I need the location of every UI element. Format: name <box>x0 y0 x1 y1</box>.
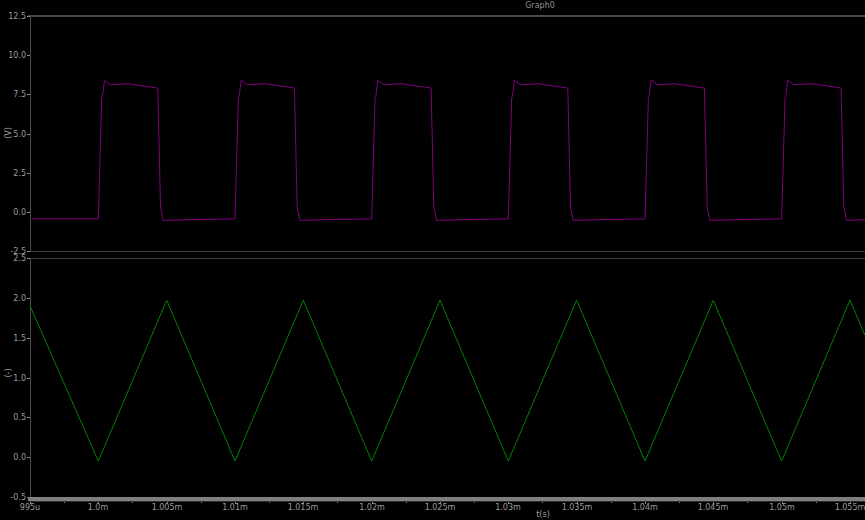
y-tick-mark <box>27 251 30 252</box>
y-tick-mark <box>27 298 30 299</box>
y-tick-mark <box>27 258 30 259</box>
y-axis-tick-label: 7.5 <box>0 90 26 99</box>
y-tick-mark <box>27 134 30 135</box>
x-axis-tick-label: 1.03m <box>486 503 530 512</box>
plot-canvas[interactable] <box>0 0 865 520</box>
y-axis-tick-label: 10.0 <box>0 51 26 60</box>
y-axis-tick-label: 0.5 <box>0 413 26 422</box>
y-tick-mark <box>27 378 30 379</box>
x-axis-tick-label: 1.055m <box>828 503 865 512</box>
graph-window: Graph0 12.510.07.55.02.50.0-2.52.52.01.5… <box>0 0 865 520</box>
top-panel-bottom-border <box>28 251 865 252</box>
y-axis-tick-label: 0.0 <box>0 208 26 217</box>
x-axis-tick-label: 1.02m <box>350 503 394 512</box>
y-tick-mark <box>27 55 30 56</box>
x-axis-tick-label: 1.01m <box>213 503 257 512</box>
x-axis-unit-label: t(s) <box>528 510 558 519</box>
x-axis-baseline-bar <box>28 497 865 502</box>
y-axis-tick-label: 1.5 <box>0 334 26 343</box>
y-tick-mark <box>27 417 30 418</box>
y-axis-tick-label: -0.5 <box>0 493 26 502</box>
y-axis-tick-label: 2.5 <box>0 169 26 178</box>
x-axis-tick-label: 1.015m <box>281 503 325 512</box>
y-axis-line-panel-1 <box>30 258 31 497</box>
y-axis-tick-label: 2.0 <box>0 294 26 303</box>
y-axis-unit-label-top: (V) <box>4 124 14 142</box>
y-tick-mark <box>27 94 30 95</box>
x-axis-tick-label: 995u <box>8 503 52 512</box>
y-tick-mark <box>27 16 30 17</box>
triangle-wave-trace <box>30 300 865 461</box>
x-axis-tick-label: 1.0m <box>76 503 120 512</box>
x-axis-tick-label: 1.035m <box>555 503 599 512</box>
x-axis-tick-label: 1.05m <box>760 503 804 512</box>
y-tick-mark <box>27 173 30 174</box>
x-axis-tick-label: 1.045m <box>691 503 735 512</box>
y-axis-unit-label-bottom: (-) <box>4 364 14 382</box>
y-axis-tick-label: 12.5 <box>0 12 26 21</box>
y-tick-mark <box>27 338 30 339</box>
y-axis-tick-label: 2.5 <box>0 254 26 263</box>
bottom-panel-top-border <box>28 258 865 259</box>
y-axis-line-panel-0 <box>30 16 31 251</box>
y-tick-mark <box>27 212 30 213</box>
x-axis-tick-label: 1.005m <box>145 503 189 512</box>
x-axis-tick-label: 1.04m <box>623 503 667 512</box>
x-axis-tick-label: 1.025m <box>418 503 462 512</box>
square-wave-trace <box>30 80 865 220</box>
y-tick-mark <box>27 457 30 458</box>
plot-frame-top-border <box>28 15 865 17</box>
y-axis-tick-label: 0.0 <box>0 453 26 462</box>
